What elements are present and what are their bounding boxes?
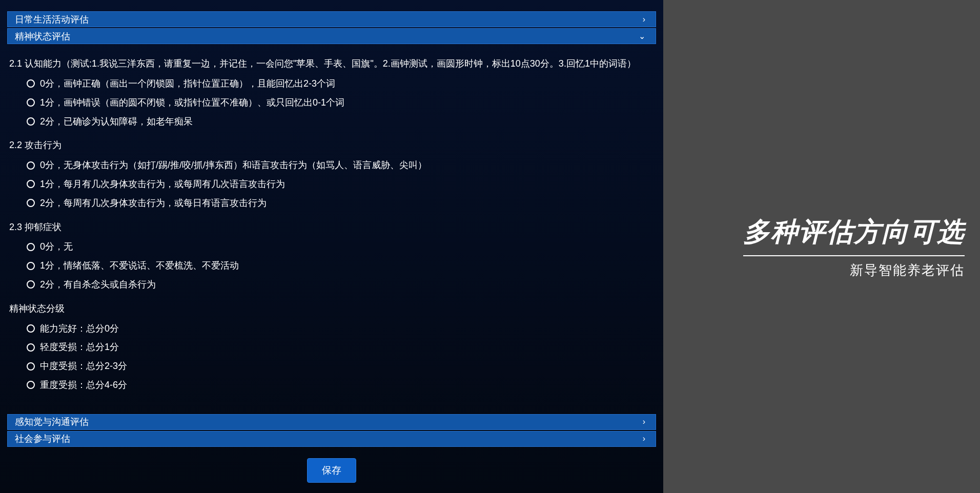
accordion-title: 社会参与评估 — [15, 433, 70, 445]
radio-group-depression: 0分，无 1分，情绪低落、不爱说话、不爱梳洗、不爱活动 2分，有自杀念头或自杀行… — [7, 237, 656, 294]
radio-option[interactable]: 0分，画钟正确（画出一个闭锁圆，指针位置正确），且能回忆出2-3个词 — [27, 74, 656, 93]
grading-title: 精神状态分级 — [9, 301, 656, 316]
chevron-right-icon: › — [643, 15, 645, 24]
accordion-title: 感知觉与沟通评估 — [15, 416, 89, 428]
question-title-depression: 2.3 抑郁症状 — [9, 220, 656, 235]
radio-label: 2分，有自杀念头或自杀行为 — [40, 277, 156, 292]
promo-title: 多种评估方向可选 — [743, 214, 965, 256]
radio-icon — [27, 117, 35, 126]
radio-group-aggression: 0分，无身体攻击行为（如打/踢/推/咬/抓/摔东西）和语言攻击行为（如骂人、语言… — [7, 156, 656, 212]
chevron-right-icon: › — [643, 434, 645, 443]
radio-option[interactable]: 1分，情绪低落、不爱说话、不爱梳洗、不爱活动 — [27, 256, 656, 275]
radio-label: 0分，画钟正确（画出一个闭锁圆，指针位置正确），且能回忆出2-3个词 — [40, 76, 335, 91]
promo-subtitle: 新导智能养老评估 — [850, 261, 965, 279]
radio-option[interactable]: 能力完好：总分0分 — [27, 319, 656, 338]
radio-label: 2分，每周有几次身体攻击行为，或每日有语言攻击行为 — [40, 196, 267, 211]
accordion-title: 精神状态评估 — [15, 30, 70, 43]
radio-group-grading: 能力完好：总分0分 轻度受损：总分1分 中度受损：总分2-3分 重度受损：总分4… — [7, 319, 656, 395]
radio-label: 重度受损：总分4-6分 — [40, 378, 127, 393]
radio-label: 1分，每月有几次身体攻击行为，或每周有几次语言攻击行为 — [40, 177, 285, 192]
accordion-header-social-participation[interactable]: 社会参与评估 › — [7, 431, 656, 447]
radio-label: 1分，画钟错误（画的圆不闭锁，或指针位置不准确）、或只回忆出0-1个词 — [40, 95, 344, 110]
radio-icon — [27, 98, 35, 107]
accordion-body-mental-state: 2.1 认知能力（测试:1.我说三洋东西，请重复一边，并记住，一会问您"苹果、手… — [7, 45, 656, 414]
radio-label: 能力完好：总分0分 — [40, 321, 119, 336]
radio-icon — [27, 362, 35, 371]
radio-label: 中度受损：总分2-3分 — [40, 359, 127, 374]
radio-option[interactable]: 1分，画钟错误（画的圆不闭锁，或指针位置不准确）、或只回忆出0-1个词 — [27, 93, 656, 112]
radio-icon — [27, 199, 35, 207]
radio-option[interactable]: 中度受损：总分2-3分 — [27, 357, 656, 376]
save-button-wrap: 保存 — [7, 458, 656, 483]
assessment-form-panel: 日常生活活动评估 › 精神状态评估 ⌄ 2.1 认知能力（测试:1.我说三洋东西… — [0, 0, 663, 493]
radio-option[interactable]: 2分，每周有几次身体攻击行为，或每日有语言攻击行为 — [27, 194, 656, 213]
question-title-cognitive: 2.1 认知能力（测试:1.我说三洋东西，请重复一边，并记住，一会问您"苹果、手… — [9, 56, 656, 71]
accordion-title: 日常生活活动评估 — [15, 13, 89, 26]
radio-icon — [27, 79, 35, 88]
radio-label: 0分，无身体攻击行为（如打/踢/推/咬/抓/摔东西）和语言攻击行为（如骂人、语言… — [40, 158, 427, 173]
radio-option[interactable]: 0分，无 — [27, 237, 656, 256]
radio-icon — [27, 343, 35, 352]
radio-icon — [27, 243, 35, 251]
chevron-down-icon: ⌄ — [639, 31, 645, 41]
radio-option[interactable]: 1分，每月有几次身体攻击行为，或每周有几次语言攻击行为 — [27, 175, 656, 194]
save-button[interactable]: 保存 — [307, 458, 356, 483]
radio-group-cognitive: 0分，画钟正确（画出一个闭锁圆，指针位置正确），且能回忆出2-3个词 1分，画钟… — [7, 74, 656, 131]
radio-label: 2分，已确诊为认知障碍，如老年痴呆 — [40, 114, 193, 129]
radio-icon — [27, 161, 35, 170]
promo-panel: 多种评估方向可选 新导智能养老评估 — [663, 0, 980, 493]
radio-option[interactable]: 2分，有自杀念头或自杀行为 — [27, 275, 656, 294]
radio-label: 1分，情绪低落、不爱说话、不爱梳洗、不爱活动 — [40, 258, 239, 273]
accordion-header-perception-communication[interactable]: 感知觉与沟通评估 › — [7, 414, 656, 430]
radio-icon — [27, 381, 35, 389]
chevron-right-icon: › — [643, 417, 645, 426]
radio-icon — [27, 280, 35, 289]
question-title-aggression: 2.2 攻击行为 — [9, 138, 656, 153]
radio-icon — [27, 180, 35, 188]
radio-icon — [27, 262, 35, 270]
radio-icon — [27, 324, 35, 333]
radio-label: 轻度受损：总分1分 — [40, 340, 119, 355]
radio-label: 0分，无 — [40, 239, 73, 254]
radio-option[interactable]: 轻度受损：总分1分 — [27, 338, 656, 357]
accordion-header-mental-state[interactable]: 精神状态评估 ⌄ — [7, 28, 656, 44]
radio-option[interactable]: 2分，已确诊为认知障碍，如老年痴呆 — [27, 112, 656, 131]
radio-option[interactable]: 0分，无身体攻击行为（如打/踢/推/咬/抓/摔东西）和语言攻击行为（如骂人、语言… — [27, 156, 656, 175]
radio-option[interactable]: 重度受损：总分4-6分 — [27, 376, 656, 395]
accordion-header-daily-activities[interactable]: 日常生活活动评估 › — [7, 11, 656, 27]
